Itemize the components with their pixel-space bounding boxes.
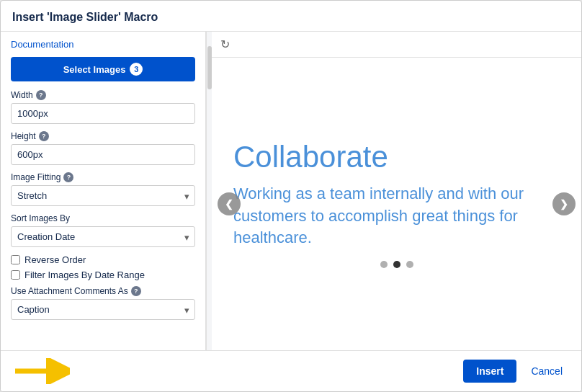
filter-date-checkbox[interactable] [11, 270, 20, 280]
image-fitting-select[interactable]: Stretch Contain Cover [11, 185, 195, 206]
left-panel-scroll: Documentation Select Images 3 Width ? He… [1, 32, 205, 350]
caption-help-icon[interactable]: ? [131, 286, 141, 296]
reverse-order-checkbox[interactable] [11, 255, 20, 264]
width-help-icon[interactable]: ? [36, 90, 46, 100]
preview-toolbar: ↻ [212, 32, 581, 58]
width-input[interactable] [11, 103, 195, 124]
sort-select[interactable]: Creation Date Modified Date Name [11, 226, 195, 247]
filter-date-label: Filter Images By Date Range [24, 270, 145, 280]
image-fitting-help-icon[interactable]: ? [63, 172, 73, 182]
image-fitting-label: Image Fitting ? [11, 172, 195, 182]
image-fitting-wrapper: Stretch Contain Cover ▾ [11, 185, 195, 206]
sort-label: Sort Images By [11, 213, 195, 223]
slide-dot-1[interactable] [380, 261, 388, 268]
arrow-icon [12, 358, 70, 384]
refresh-icon[interactable]: ↻ [220, 37, 230, 51]
caption-wrapper: Caption Alt Text None ▾ [11, 299, 195, 320]
slide-dot-2[interactable] [393, 261, 400, 268]
left-panel: Documentation Select Images 3 Width ? He… [1, 32, 206, 350]
filter-date-row: Filter Images By Date Range [11, 270, 195, 280]
select-images-label: Select Images [63, 64, 126, 75]
select-images-button[interactable]: Select Images 3 [11, 57, 195, 81]
dialog-title: Insert 'Image Slider' Macro [12, 11, 570, 24]
cancel-button[interactable]: Cancel [524, 360, 570, 383]
arrow-indicator [12, 358, 70, 384]
slide-dot-3[interactable] [406, 261, 413, 268]
dialog-body: Documentation Select Images 3 Width ? He… [1, 32, 581, 350]
height-input[interactable] [11, 144, 195, 165]
insert-button[interactable]: Insert [463, 360, 516, 383]
dialog-footer: Insert Cancel [1, 350, 581, 391]
height-help-icon[interactable]: ? [39, 131, 49, 141]
dialog-header: Insert 'Image Slider' Macro [1, 1, 581, 32]
height-label: Height ? [11, 131, 195, 141]
preview-area: Collaborate Working as a team internally… [212, 58, 581, 350]
select-images-badge: 3 [130, 63, 143, 76]
slide-next-button[interactable]: ❯ [552, 192, 576, 215]
reverse-order-label: Reverse Order [24, 254, 86, 265]
right-panel: ↻ Collaborate Working as a team internal… [212, 32, 581, 350]
reverse-order-row: Reverse Order [11, 254, 195, 265]
caption-select[interactable]: Caption Alt Text None [11, 299, 195, 320]
slide-prev-button[interactable]: ❮ [218, 192, 241, 215]
dialog-container: Insert 'Image Slider' Macro Documentatio… [0, 0, 582, 392]
documentation-link[interactable]: Documentation [11, 39, 195, 50]
sort-wrapper: Creation Date Modified Date Name ▾ [11, 226, 195, 247]
left-scrollbar [206, 32, 212, 350]
slide-title: Collaborate [233, 140, 388, 174]
width-label: Width ? [11, 90, 195, 100]
slide-body: Working as a team internally and with ou… [233, 183, 560, 249]
slide-dots [380, 261, 413, 268]
caption-label: Use Attachment Comments As ? [11, 286, 195, 296]
